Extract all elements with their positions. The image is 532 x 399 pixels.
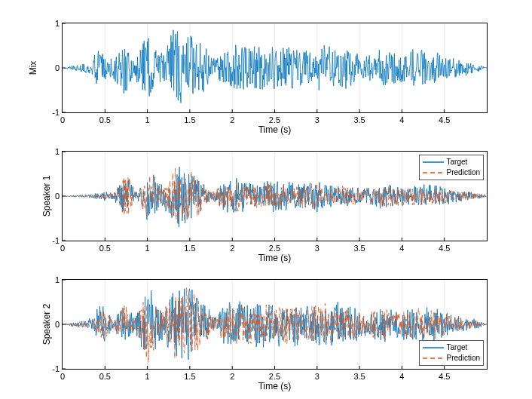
xtick: 1.5 <box>184 244 195 253</box>
ytick: -1 <box>44 236 60 245</box>
legend-label-prediction2: Prediction <box>447 353 480 364</box>
xtick: 1 <box>145 115 150 124</box>
legend-sp1: Target Prediction <box>419 155 484 180</box>
xtick: 4.5 <box>439 372 450 381</box>
legend-line-target2-icon <box>423 344 444 351</box>
xtick: 2 <box>230 372 234 381</box>
ytick: 1 <box>44 147 60 156</box>
xtick: 2.5 <box>269 372 280 381</box>
subplot-speaker1: Speaker 1 Time (s) Target Prediction -10… <box>62 151 488 241</box>
xlabel-sp1: Time (s) <box>258 253 292 263</box>
xtick: 1.5 <box>184 372 195 381</box>
ytick: 0 <box>44 320 60 329</box>
xtick: 2 <box>230 115 234 124</box>
legend-line-pred2-icon <box>423 354 444 362</box>
xtick: 4.5 <box>439 115 450 124</box>
xtick: 1.5 <box>184 115 195 124</box>
legend-label-prediction: Prediction <box>447 167 480 178</box>
ytick: 0 <box>44 192 60 201</box>
xtick: 0.5 <box>99 115 111 124</box>
xtick: 3.5 <box>353 244 365 253</box>
legend-entry-target: Target <box>423 157 480 167</box>
ytick: 1 <box>44 19 60 28</box>
figure: Mix Time (s) -10100.511.522.533.544.5 Sp… <box>0 0 532 399</box>
ytick: -1 <box>44 108 60 117</box>
xlabel-sp2: Time (s) <box>258 381 292 391</box>
ylabel-mix: Mix <box>28 61 38 75</box>
xtick: 1 <box>145 372 150 381</box>
xtick: 2 <box>230 244 234 253</box>
xtick: 0 <box>60 115 65 124</box>
xtick: 2.5 <box>269 115 280 124</box>
legend-label-target2: Target <box>447 342 468 353</box>
xtick: 3.5 <box>353 115 365 124</box>
xtick: 3.5 <box>353 372 365 381</box>
xtick: 0.5 <box>99 244 111 253</box>
legend-entry-prediction2: Prediction <box>423 353 480 364</box>
legend-line-pred-icon <box>423 169 444 176</box>
plot-area <box>63 23 487 112</box>
legend-sp2: Target Prediction <box>419 340 484 366</box>
legend-label-target: Target <box>447 157 468 167</box>
xtick: 0 <box>60 244 65 253</box>
legend-line-target-icon <box>423 158 444 166</box>
legend-entry-target2: Target <box>423 342 480 353</box>
xtick: 1 <box>145 244 150 253</box>
xtick: 3 <box>315 372 320 381</box>
subplot-mix: Mix Time (s) -10100.511.522.533.544.5 <box>62 23 488 113</box>
xtick: 0 <box>60 372 65 381</box>
xtick: 0.5 <box>99 372 111 381</box>
xtick: 2.5 <box>269 244 280 253</box>
legend-entry-prediction: Prediction <box>423 167 480 178</box>
xtick: 4.5 <box>439 244 450 253</box>
xtick: 4 <box>399 115 404 124</box>
xtick: 4 <box>399 372 404 381</box>
ytick: 0 <box>44 63 60 72</box>
ytick: -1 <box>44 364 60 373</box>
ytick: 1 <box>44 275 60 284</box>
xtick: 4 <box>399 244 404 253</box>
xtick: 3 <box>315 244 320 253</box>
xlabel-mix: Time (s) <box>258 124 292 135</box>
xtick: 3 <box>315 115 320 124</box>
subplot-speaker2: Speaker 2 Time (s) Target Prediction -10… <box>62 279 488 370</box>
